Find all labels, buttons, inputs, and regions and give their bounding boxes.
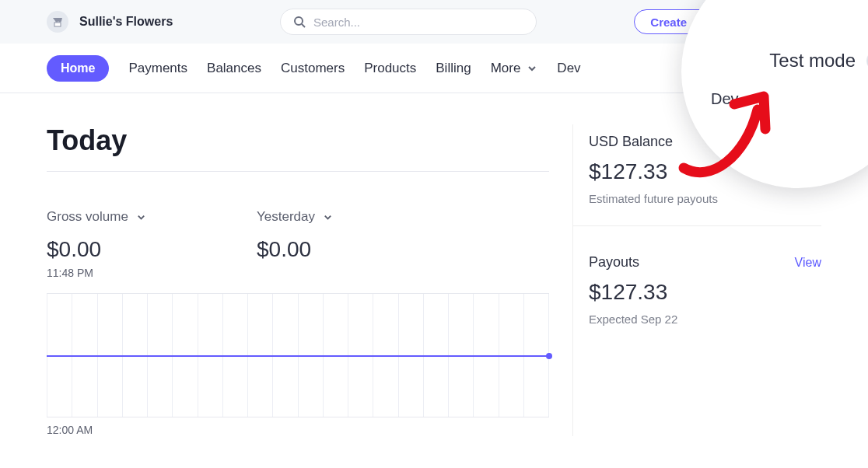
payouts-card: Payouts View $127.33 Expected Sep 22 (573, 226, 821, 346)
payouts-sub: Expected Sep 22 (589, 313, 821, 326)
payouts-title: Payouts (589, 254, 639, 271)
metric-gross-title: Gross volume (47, 209, 128, 225)
svg-line-2 (302, 24, 305, 27)
store-icon (47, 11, 68, 33)
search-placeholder: Search... (313, 16, 360, 29)
metric-yesterday-dropdown[interactable]: Yesterday (257, 209, 333, 225)
chart-current-point (546, 353, 552, 359)
nav-billing[interactable]: Billing (436, 61, 471, 76)
payouts-value: $127.33 (589, 280, 821, 305)
brand-name: Sullie's Flowers (79, 15, 173, 29)
nav-payments[interactable]: Payments (128, 61, 187, 76)
create-label: Create (650, 16, 687, 29)
nav-home[interactable]: Home (47, 55, 109, 82)
metric-gross-time: 11:48 PM (47, 267, 202, 279)
chevron-down-icon (323, 212, 333, 222)
metric-yesterday-value: $0.00 (257, 237, 333, 262)
test-mode-label: Test mode (769, 50, 856, 72)
chart-series-line (47, 355, 549, 357)
nav-more[interactable]: More (491, 61, 538, 76)
metric-gross-value: $0.00 (47, 237, 202, 262)
chevron-down-icon (527, 63, 537, 74)
svg-rect-0 (54, 23, 61, 26)
nav-more-label: More (491, 61, 521, 76)
metric-yesterday-title: Yesterday (257, 209, 315, 225)
balance-title: USD Balance (589, 134, 673, 150)
payouts-view-link[interactable]: View (795, 256, 821, 270)
metric-gross-dropdown[interactable]: Gross volume (47, 209, 202, 225)
nav-balances[interactable]: Balances (207, 61, 261, 76)
balance-sub: Estimated future payouts (589, 192, 821, 205)
nav-products[interactable]: Products (364, 61, 416, 76)
page-title: Today (47, 124, 549, 172)
nav-customers[interactable]: Customers (281, 61, 345, 76)
chevron-down-icon (136, 212, 146, 222)
volume-chart (47, 293, 549, 417)
chart-x-axis-label: 12:00 AM (47, 424, 549, 436)
search-icon (293, 16, 306, 28)
metric-gross: Gross volume $0.00 11:48 PM (47, 209, 202, 279)
svg-point-1 (295, 17, 303, 25)
metric-yesterday: Yesterday $0.00 (257, 209, 333, 279)
search-input[interactable]: Search... (280, 9, 537, 35)
nav-developers[interactable]: Dev (557, 61, 580, 76)
lens-nav-developers: Dev (711, 90, 739, 108)
